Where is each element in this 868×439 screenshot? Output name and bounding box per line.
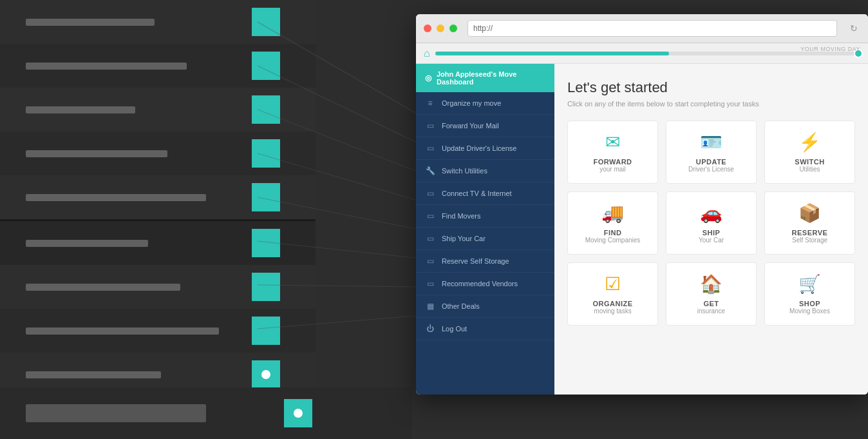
wireframe-accent-box — [252, 183, 280, 211]
accent-dot — [261, 370, 270, 379]
nav-item-storage[interactable]: ▭ Reserve Self Storage — [416, 250, 554, 273]
url-bar[interactable]: http:// — [467, 20, 837, 37]
wireframe-accent-box — [252, 52, 280, 80]
nav-header-icon: ◎ — [425, 73, 431, 83]
card-forward-title: FORWARD — [593, 158, 632, 166]
bottom-accent-dot — [294, 409, 303, 418]
wireframe-row — [0, 88, 316, 132]
card-insurance[interactable]: 🏠 GET insurance — [666, 262, 757, 326]
card-shop-subtitle: Moving Boxes — [789, 307, 830, 315]
card-forward-icon: ✉ — [605, 132, 620, 153]
wireframe-bar — [26, 240, 148, 247]
nav-forward-icon: ▭ — [425, 121, 435, 131]
refresh-button[interactable]: ↻ — [847, 22, 860, 35]
nav-header-label: John Appleseed's Move Dashboard — [437, 70, 545, 86]
card-find-title: FIND — [604, 229, 622, 237]
bottom-accent-box — [284, 399, 312, 427]
wireframe-bar — [26, 327, 219, 335]
nav-item-label: Ship Your Car — [442, 235, 486, 242]
card-organize-title: ORGANIZE — [592, 300, 632, 307]
nav-item-vendors[interactable]: ▭ Recommended Vendors — [416, 273, 554, 295]
nav-item-organize[interactable]: ≡ Organize my move — [416, 92, 554, 115]
page-subtitle: Click on any of the items below to start… — [567, 100, 855, 108]
wireframe-row — [0, 265, 316, 309]
url-text: http:// — [473, 24, 493, 33]
wireframe-bar — [26, 63, 187, 70]
nav-sidebar: ◎ John Appleseed's Move Dashboard ≡ Orga… — [416, 64, 554, 395]
card-switch-subtitle: Utilities — [799, 166, 820, 173]
nav-item-label: Switch Utilities — [442, 167, 487, 175]
nav-item-label: Log Out — [442, 325, 467, 333]
wireframe-bar — [26, 106, 135, 113]
nav-item-label: Organize my move — [442, 99, 501, 107]
wireframe-accent-box — [252, 273, 280, 301]
wireframe-accent-box-dot — [252, 360, 280, 389]
card-reserve-title: RESERVE — [792, 229, 828, 237]
card-insurance-icon: 🏠 — [700, 273, 722, 295]
wireframe-accent-box — [252, 229, 280, 257]
progress-bar-fill — [435, 52, 669, 55]
cards-grid: ✉ FORWARD your mail 🪪 UPDATE Driver's Li… — [567, 121, 855, 326]
browser-chrome: http:// ↻ — [416, 14, 868, 43]
wireframe-bar — [26, 194, 206, 201]
card-forward[interactable]: ✉ FORWARD your mail — [567, 121, 658, 184]
browser-body: ◎ John Appleseed's Move Dashboard ≡ Orga… — [416, 64, 868, 395]
wireframe-row — [0, 0, 316, 44]
home-icon[interactable]: ⌂ — [424, 48, 430, 59]
nav-item-utilities[interactable]: 🔧 Switch Utilities — [416, 160, 554, 182]
nav-item-ship-car[interactable]: ▭ Ship Your Car — [416, 228, 554, 250]
nav-item-label: Forward Your Mail — [442, 122, 499, 130]
nav-deals-icon: ▦ — [425, 301, 435, 311]
nav-item-label: Connect TV & Internet — [442, 190, 512, 197]
wireframe-bottom-row — [0, 387, 412, 439]
nav-logout-icon: ⏻ — [425, 324, 435, 334]
nav-item-drivers-license[interactable]: ▭ Update Driver's License — [416, 137, 554, 160]
card-organize-subtitle: moving tasks — [594, 307, 631, 315]
card-reserve-icon: 📦 — [798, 202, 821, 224]
nav-storage-icon: ▭ — [425, 256, 435, 266]
tab-bar: ⌂ YOUR MOVING DAY — [416, 43, 868, 64]
card-organize-icon: ☑ — [605, 273, 621, 295]
browser-minimize-dot[interactable] — [437, 24, 444, 32]
nav-item-forward-mail[interactable]: ▭ Forward Your Mail — [416, 115, 554, 137]
card-update[interactable]: 🪪 UPDATE Driver's License — [666, 121, 757, 184]
progress-bar-container — [435, 52, 860, 55]
card-ship-icon: 🚗 — [700, 202, 722, 224]
wireframe-accent-box — [252, 317, 280, 345]
nav-license-icon: ▭ — [425, 143, 435, 153]
nav-item-logout[interactable]: ⏻ Log Out — [416, 318, 554, 340]
wireframe-accent-box — [252, 95, 280, 124]
nav-vendors-icon: ▭ — [425, 278, 435, 289]
card-reserve[interactable]: 📦 RESERVE Self Storage — [764, 191, 855, 255]
wireframe-row — [0, 175, 316, 219]
card-insurance-title: GET — [703, 300, 719, 307]
wireframe-panel — [0, 0, 316, 439]
nav-car-icon: ▭ — [425, 233, 435, 244]
card-shop[interactable]: 🛒 SHOP Moving Boxes — [764, 262, 855, 326]
browser-close-dot[interactable] — [424, 24, 431, 32]
wireframe-bar — [26, 371, 161, 378]
nav-item-deals[interactable]: ▦ Other Deals — [416, 295, 554, 318]
page-title: Let's get started — [567, 79, 855, 96]
nav-item-label: Find Movers — [442, 212, 481, 220]
card-organize[interactable]: ☑ ORGANIZE moving tasks — [567, 262, 658, 326]
main-content: Let's get started Click on any of the it… — [554, 64, 868, 395]
nav-utilities-icon: 🔧 — [425, 166, 435, 176]
wireframe-bar — [26, 19, 155, 26]
card-ship-subtitle: Your Car — [699, 237, 724, 244]
browser-maximize-dot[interactable] — [449, 24, 457, 32]
wireframe-row — [0, 309, 316, 353]
card-ship[interactable]: 🚗 SHIP Your Car — [666, 191, 757, 255]
wireframe-row — [0, 221, 316, 265]
moving-day-label: YOUR MOVING DAY — [800, 46, 860, 52]
card-find-icon: 🚚 — [601, 202, 624, 224]
card-find[interactable]: 🚚 FIND Moving Companies — [567, 191, 658, 255]
card-switch-icon: ⚡ — [798, 132, 821, 153]
card-switch[interactable]: ⚡ SWITCH Utilities — [764, 121, 855, 184]
nav-item-label: Recommended Vendors — [442, 280, 518, 288]
bottom-wireframe-bar — [26, 404, 206, 422]
nav-item-tv-internet[interactable]: ▭ Connect TV & Internet — [416, 182, 554, 205]
nav-item-movers[interactable]: ▭ Find Movers — [416, 205, 554, 228]
wireframe-bar — [26, 150, 167, 157]
card-shop-icon: 🛒 — [798, 273, 821, 295]
